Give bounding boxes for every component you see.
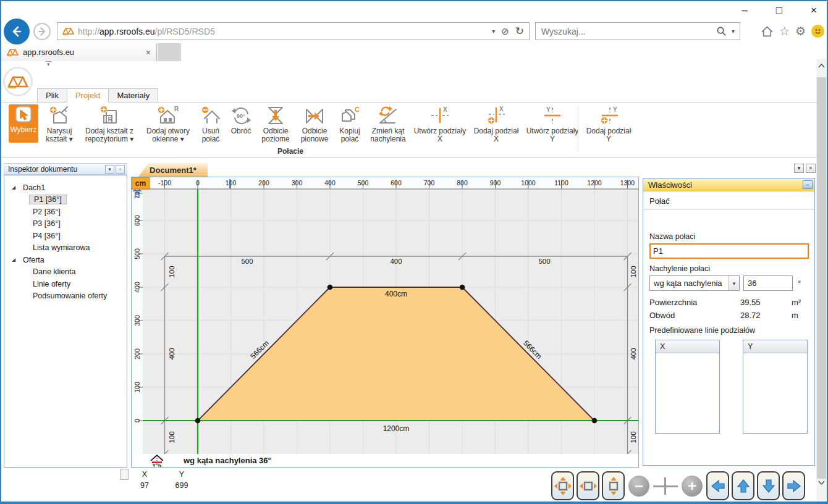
select-dropdown-icon[interactable]: ▾ bbox=[729, 276, 739, 290]
utworz-podzialy-x-button[interactable]: X Utwórz podziały X bbox=[413, 104, 467, 144]
tab-plik[interactable]: Plik bbox=[37, 88, 67, 103]
divisions-y-listbox[interactable]: Y bbox=[743, 340, 808, 434]
obroc-button[interactable]: 90° Obróć bbox=[228, 104, 254, 135]
cursor-y-readout: Y699 bbox=[169, 470, 194, 490]
address-dropdown-icon[interactable]: ▾ bbox=[492, 28, 495, 35]
tree-item-p1[interactable]: P1 [36°] bbox=[4, 194, 127, 206]
zoom-out-button[interactable]: − bbox=[628, 476, 649, 497]
doc-dropdown-icon[interactable]: ▾ bbox=[794, 164, 804, 173]
search-icon[interactable] bbox=[716, 26, 727, 36]
slope-label: Nachylenie połaci bbox=[649, 264, 808, 273]
kopiuj-polac-button[interactable]: C Kopiuj połać bbox=[336, 104, 363, 144]
odbicie-poziome-button[interactable]: Odbicie poziome bbox=[258, 104, 293, 144]
pan-right-button[interactable] bbox=[782, 471, 805, 500]
properties-header: Właściwości – bbox=[643, 178, 814, 191]
vertex-point[interactable] bbox=[460, 285, 465, 290]
pan-up-button[interactable] bbox=[732, 471, 754, 500]
tab-projekt[interactable]: Projekt bbox=[67, 88, 109, 103]
listbox-x-header: X bbox=[656, 340, 719, 353]
page-scrollbar[interactable] bbox=[816, 59, 827, 502]
svg-text:X: X bbox=[499, 106, 504, 112]
properties-minimize-icon[interactable]: – bbox=[803, 180, 813, 189]
scroll-up-icon[interactable] bbox=[816, 60, 827, 71]
tree-item-linie-oferty[interactable]: Linie oferty bbox=[4, 278, 127, 290]
tree-item-p4[interactable]: P4 [36°] bbox=[4, 230, 127, 242]
ruler-label: 1100 bbox=[554, 179, 568, 187]
tree-item-oferta[interactable]: ◢ Oferta bbox=[4, 254, 127, 266]
ruler-label: 300 bbox=[133, 315, 141, 326]
vertex-point[interactable] bbox=[592, 418, 598, 424]
home-icon[interactable] bbox=[761, 25, 774, 38]
minimize-button[interactable]: – bbox=[735, 2, 754, 19]
odbicie-pionowe-button[interactable]: Odbicie pionowe bbox=[297, 104, 332, 144]
favorites-star-icon[interactable]: ☆ bbox=[779, 25, 790, 37]
dodaj-otwory-okienne-button[interactable]: R Dodaj otwory okienne ▾ bbox=[143, 104, 193, 144]
divisions-x-listbox[interactable]: X bbox=[655, 340, 720, 434]
splitter-collapse-button[interactable] bbox=[120, 469, 129, 480]
tree-item-p3[interactable]: P3 [36°] bbox=[4, 218, 127, 230]
tree-item-dach1[interactable]: ◢ Dach1 bbox=[4, 182, 127, 194]
tree-item-p2[interactable]: P2 [36°] bbox=[4, 206, 127, 218]
usun-polac-button[interactable]: Usuń połać bbox=[198, 104, 224, 144]
slope-name-input[interactable] bbox=[649, 243, 809, 259]
tree-item-podsumowanie[interactable]: Podsumowanie oferty bbox=[4, 290, 127, 303]
pan-down-button[interactable] bbox=[757, 471, 780, 500]
pan-left-button[interactable] bbox=[706, 471, 729, 500]
slope-angle-input[interactable] bbox=[743, 275, 793, 291]
refresh-icon[interactable]: ↻ bbox=[515, 25, 524, 38]
zoom-slider[interactable] bbox=[653, 476, 678, 497]
utworz-podzialy-y-button[interactable]: Y Utwórz podziały Y bbox=[525, 104, 580, 144]
dodaj-podzial-y-button[interactable]: Y Dodaj podział Y bbox=[584, 104, 633, 144]
expander-icon[interactable]: ◢ bbox=[12, 185, 17, 190]
fit-all-button[interactable] bbox=[551, 471, 574, 500]
back-button[interactable] bbox=[4, 19, 30, 44]
new-tab-stub[interactable] bbox=[158, 43, 181, 61]
fit-width-button[interactable] bbox=[577, 471, 599, 500]
wybierz-button[interactable]: Wybierz bbox=[9, 104, 38, 143]
slope-mode-select[interactable]: wg kąta nachylenia ▾ bbox=[649, 275, 740, 291]
ruler-label: 300 bbox=[292, 179, 303, 187]
close-button[interactable]: × bbox=[805, 2, 823, 19]
search-input[interactable] bbox=[536, 26, 716, 37]
tree-item-lista-wymiarowa[interactable]: Lista wymiarowa bbox=[4, 242, 127, 254]
zoom-in-button[interactable]: + bbox=[682, 476, 703, 497]
search-dropdown-icon[interactable]: ▾ bbox=[732, 28, 735, 35]
fit-height-button[interactable] bbox=[602, 471, 625, 500]
selected-item[interactable]: P1 [36°] bbox=[29, 195, 67, 204]
copy-slope-icon: C bbox=[339, 105, 361, 126]
url-text: http://app.rsroofs.eu/pl/RSD5/RSD5 bbox=[78, 27, 215, 36]
fit-width-icon bbox=[580, 477, 597, 495]
scrollbar-thumb[interactable] bbox=[817, 77, 826, 479]
tab-materialy[interactable]: Materiały bbox=[109, 88, 158, 103]
document-tab[interactable]: Document1* bbox=[138, 163, 208, 177]
zmien-kat-nachylenia-button[interactable]: Zmień kąt nachylenia bbox=[368, 104, 408, 144]
inspector-header: Inspektor dokumentu ▾ ▫ bbox=[4, 163, 127, 175]
quick-access-chevron-icon[interactable]: ▾ bbox=[46, 61, 51, 67]
dim-label: 400 bbox=[168, 348, 175, 359]
inspector-dropdown-icon[interactable]: ▾ bbox=[105, 165, 114, 174]
forward-button[interactable] bbox=[33, 23, 51, 40]
maximize-button[interactable]: □ bbox=[770, 2, 788, 19]
remove-slope-icon bbox=[200, 105, 222, 126]
browser-tab[interactable]: app.rsroofs.eu × bbox=[1, 43, 157, 61]
settings-gear-icon[interactable]: ⚙ bbox=[795, 25, 806, 37]
vertex-point[interactable] bbox=[195, 418, 201, 424]
scroll-down-icon[interactable] bbox=[816, 477, 827, 488]
tab-close-icon[interactable]: × bbox=[146, 48, 151, 57]
drawing-canvas[interactable]: -100 0 100 200 300 400 500 600 700 800 9… bbox=[132, 177, 638, 454]
ruler-label: 200 bbox=[133, 348, 141, 359]
dodaj-ksztalt-z-repozytorium-button[interactable]: R Dodaj kształt z repozytorium ▾ bbox=[80, 104, 138, 144]
address-bar[interactable]: http://app.rsroofs.eu/pl/RSD5/RSD5 ▾ ⊘ ↻ bbox=[57, 22, 530, 40]
feedback-smiley-icon[interactable] bbox=[811, 25, 824, 38]
narysuj-ksztalt-button[interactable]: Narysuj kształt ▾ bbox=[43, 104, 76, 144]
expander-icon[interactable]: ◢ bbox=[12, 257, 17, 262]
tree-item-dane-klienta[interactable]: Dane klienta bbox=[4, 266, 127, 279]
inspector-collapse-icon[interactable]: ▫ bbox=[116, 165, 125, 174]
vertex-point[interactable] bbox=[327, 285, 333, 290]
doc-close-icon[interactable]: × bbox=[806, 164, 816, 173]
ruler-label: 600 bbox=[133, 215, 141, 226]
stop-icon[interactable]: ⊘ bbox=[501, 26, 509, 37]
dodaj-podzial-x-button[interactable]: X Dodaj podział X bbox=[471, 104, 521, 144]
pan-right-icon bbox=[787, 479, 801, 494]
ruler-label: 700 bbox=[424, 179, 435, 187]
